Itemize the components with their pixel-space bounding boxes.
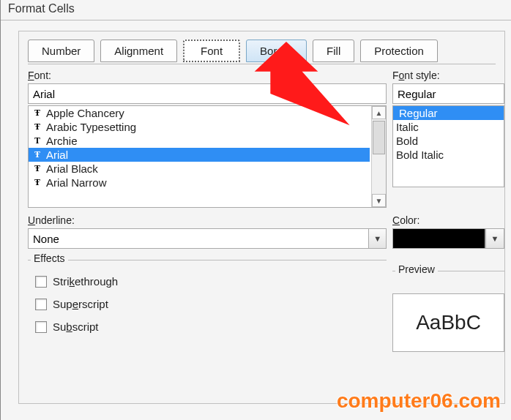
list-item[interactable]: ŦArabic Typesetting	[29, 120, 370, 134]
tab-alignment[interactable]: Alignment	[100, 40, 177, 62]
list-item-label: Regular	[396, 107, 438, 119]
checkbox-row[interactable]: Superscript	[28, 295, 387, 318]
list-item-label: Bold Italic	[396, 149, 444, 161]
list-item-label: Bold	[396, 135, 418, 147]
font-style-section: Font style: Regular Italic Bold Bold Ita…	[392, 70, 504, 187]
list-item-label: Arial Black	[46, 162, 98, 175]
scrollbar[interactable]: ▲ ▼	[371, 106, 386, 207]
color-swatch	[392, 228, 485, 249]
list-item[interactable]: ŦArial Narrow	[29, 176, 370, 190]
tab-border[interactable]: Border	[246, 40, 307, 62]
font-listbox[interactable]: ŦApple Chancery ŦArabic Typesetting TArc…	[28, 105, 387, 208]
color-combo[interactable]: ▼	[392, 228, 504, 249]
truetype-icon: Ŧ	[31, 177, 43, 188]
color-section: Color: ▼	[392, 214, 504, 249]
list-item-label: Arabic Typesetting	[46, 121, 136, 133]
effects-group: Effects Strikethrough Superscript Subscr…	[28, 260, 387, 340]
scroll-up-button[interactable]: ▲	[372, 106, 386, 119]
checkbox-row[interactable]: Strikethrough	[28, 272, 387, 295]
list-item-label: Arial	[46, 149, 68, 161]
truetype-icon: T	[31, 135, 43, 146]
preview-group: Preview AaBbC	[392, 271, 504, 352]
dialog-panel: Number Alignment Font Border Fill Protec…	[18, 31, 505, 404]
tab-bar: Number Alignment Font Border Fill Protec…	[19, 31, 504, 61]
checkbox[interactable]	[35, 299, 47, 310]
list-item-label: Archie	[46, 135, 78, 147]
chevron-down-icon[interactable]: ▼	[368, 228, 387, 249]
checkbox-label: Subscript	[53, 320, 99, 333]
truetype-icon: Ŧ	[31, 149, 43, 160]
list-item[interactable]: Italic	[393, 120, 504, 134]
tab-fill[interactable]: Fill	[313, 40, 354, 62]
tab-protection[interactable]: Protection	[360, 40, 438, 62]
truetype-icon: Ŧ	[31, 163, 43, 174]
list-item[interactable]: TArchie	[29, 134, 370, 148]
list-item[interactable]: ŦArial Black	[29, 162, 370, 176]
list-item[interactable]: Regular	[393, 106, 504, 120]
chevron-down-icon[interactable]: ▼	[485, 228, 504, 249]
effects-title: Effects	[31, 252, 68, 264]
underline-section: Underline: ▼	[28, 214, 387, 249]
preview-title: Preview	[395, 263, 438, 275]
watermark: computer06.com	[337, 389, 501, 413]
font-style-label: Font style:	[392, 70, 504, 81]
scroll-down-button[interactable]: ▼	[372, 194, 386, 207]
list-item[interactable]: ŦArial	[29, 148, 370, 162]
list-item-label: Apple Chancery	[46, 107, 124, 119]
truetype-icon: Ŧ	[31, 121, 43, 132]
list-item[interactable]: Bold Italic	[393, 148, 504, 162]
checkbox[interactable]	[35, 321, 47, 333]
list-item-label: Arial Narrow	[46, 176, 107, 189]
tab-font[interactable]: Font	[183, 40, 240, 62]
truetype-icon: Ŧ	[31, 108, 43, 119]
preview-box: AaBbC	[392, 293, 504, 352]
underline-label: Underline:	[28, 214, 387, 226]
font-input[interactable]	[28, 83, 387, 104]
font-section: Font: ŦApple Chancery ŦArabic Typesettin…	[28, 70, 387, 208]
underline-combo[interactable]: ▼	[28, 228, 387, 249]
window-title: Format Cells	[1, 0, 511, 20]
font-tab-body: Font: ŦApple Chancery ŦArabic Typesettin…	[28, 70, 504, 403]
list-item-label: Italic	[396, 121, 419, 133]
checkbox-label: Strikethrough	[53, 275, 118, 288]
underline-input[interactable]	[28, 228, 368, 249]
color-label: Color:	[392, 214, 504, 226]
checkbox-row[interactable]: Subscript	[28, 318, 387, 340]
checkbox[interactable]	[35, 276, 47, 288]
list-item[interactable]: Bold	[393, 134, 504, 148]
font-label: Font:	[28, 70, 387, 81]
scroll-thumb[interactable]	[373, 121, 385, 154]
tab-number[interactable]: Number	[28, 40, 94, 62]
font-style-listbox[interactable]: Regular Italic Bold Bold Italic	[392, 105, 504, 187]
list-item[interactable]: ŦApple Chancery	[29, 106, 370, 120]
checkbox-label: Superscript	[53, 298, 108, 310]
format-cells-window: Format Cells Number Alignment Font Borde…	[0, 0, 511, 420]
tab-divider	[28, 64, 496, 64]
font-style-input[interactable]	[392, 83, 504, 104]
preview-sample: AaBbC	[416, 311, 481, 334]
